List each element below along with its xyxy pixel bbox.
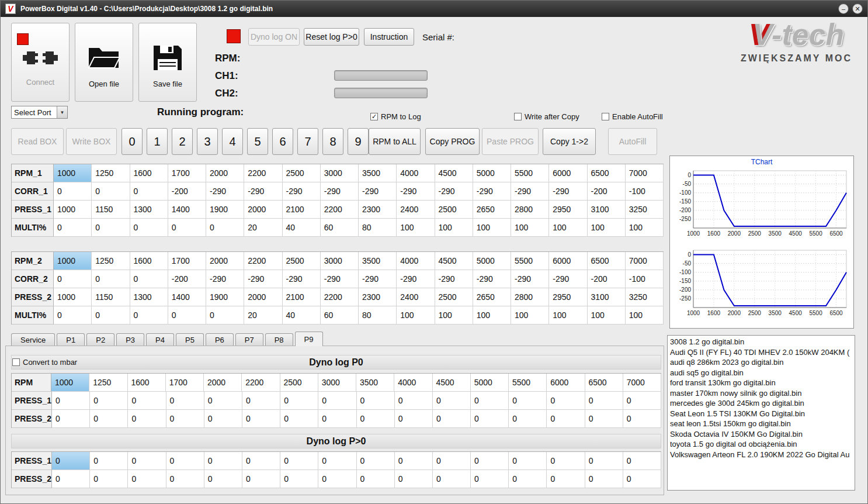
table-cell[interactable]: -290 — [549, 270, 587, 288]
table-cell[interactable]: -200 — [588, 270, 626, 288]
table-cell[interactable]: 1000 — [54, 288, 92, 306]
table-cell[interactable]: 0 — [395, 470, 433, 488]
file-item[interactable]: 3008 1.2 go digital.bin — [670, 337, 852, 347]
table-cell[interactable]: 100 — [626, 219, 664, 237]
table-cell[interactable]: 0 — [623, 410, 661, 428]
table-cell[interactable]: 2800 — [511, 201, 549, 219]
connect-button[interactable]: Connect — [11, 23, 70, 102]
file-item[interactable]: Audi Q5 II (FY FL) 40 TDI MHEV 2.0 150kW… — [670, 347, 852, 358]
table-cell[interactable]: 0 — [357, 410, 395, 428]
table-cell[interactable]: -290 — [244, 270, 282, 288]
table-cell[interactable]: -290 — [359, 182, 397, 201]
table-cell[interactable]: 0 — [242, 470, 280, 488]
table-cell[interactable]: 0 — [128, 392, 166, 410]
table-cell[interactable]: 0 — [130, 182, 168, 201]
table-cell[interactable]: 1150 — [92, 288, 130, 306]
table-cell[interactable]: 0 — [433, 470, 471, 488]
table-cell[interactable]: 4000 — [397, 164, 435, 182]
table-cell[interactable]: 100 — [588, 219, 626, 237]
table-cell[interactable]: 0 — [90, 410, 128, 428]
table-cell[interactable]: 2400 — [397, 201, 435, 219]
table-cell[interactable]: 1700 — [168, 164, 206, 182]
table-cell[interactable]: 2000 — [244, 201, 282, 219]
table-cell[interactable]: 0 — [433, 392, 471, 410]
table-cell[interactable]: 0 — [471, 410, 509, 428]
table-cell[interactable]: -290 — [206, 270, 244, 288]
table-cell[interactable]: 100 — [588, 306, 626, 325]
table-cell[interactable]: 1700 — [166, 374, 204, 392]
digit-button-0[interactable]: 0 — [121, 128, 143, 155]
table-cell[interactable]: 0 — [357, 392, 395, 410]
table-cell[interactable]: 5500 — [509, 374, 547, 392]
file-list[interactable]: 3008 1.2 go digital.binAudi Q5 II (FY FL… — [667, 335, 855, 491]
table-cell[interactable]: 100 — [473, 219, 511, 237]
table-cell[interactable]: 100 — [397, 306, 435, 325]
table-cell[interactable]: 100 — [549, 219, 587, 237]
table-cell[interactable]: 60 — [321, 306, 359, 325]
rpm-to-all-button[interactable]: RPM to ALL — [369, 128, 421, 155]
table-cell[interactable]: 0 — [92, 219, 130, 237]
table-cell[interactable]: 0 — [357, 452, 395, 470]
table-cell[interactable]: 0 — [395, 452, 433, 470]
file-item[interactable]: seat leon 1.5tsi 150km go digital.bin — [670, 419, 852, 429]
table-cell[interactable]: 0 — [585, 410, 623, 428]
table-cell[interactable]: 0 — [280, 392, 318, 410]
table-cell[interactable]: 0 — [90, 392, 128, 410]
file-item[interactable]: Skoda Octavia IV 150KM Go Digital.bin — [670, 429, 852, 440]
table-cell[interactable]: -200 — [588, 182, 626, 201]
file-item[interactable]: audi q8 286km 2023 go digital.bin — [670, 357, 852, 368]
table-cell[interactable]: 1400 — [168, 288, 206, 306]
title-bar[interactable]: V PowerBox Digital v1.40 - C:\Users\Prod… — [1, 1, 867, 17]
table-cell[interactable]: 0 — [204, 410, 242, 428]
digit-button-6[interactable]: 6 — [272, 128, 293, 155]
table-cell[interactable]: 2500 — [280, 374, 318, 392]
table-cell[interactable]: 0 — [206, 306, 244, 325]
table-cell[interactable]: 2200 — [242, 374, 280, 392]
table-cell[interactable]: 2400 — [397, 288, 435, 306]
table-cell[interactable]: 0 — [547, 470, 585, 488]
table-cell[interactable]: 0 — [280, 410, 318, 428]
table-cell[interactable]: 5500 — [511, 252, 549, 270]
table-cell[interactable]: 3500 — [359, 252, 397, 270]
select-port-dropdown[interactable]: Select Port ▼ — [11, 106, 68, 119]
table-cell[interactable]: 0 — [130, 270, 168, 288]
table-cell[interactable]: 20 — [244, 306, 282, 325]
table-cell[interactable]: -290 — [283, 270, 321, 288]
table-cell[interactable]: 0 — [52, 470, 90, 488]
table-cell[interactable]: 0 — [168, 219, 206, 237]
table-cell[interactable]: 2000 — [244, 288, 282, 306]
dyno-log-on-button[interactable]: Dyno log ON — [248, 28, 300, 46]
table-cell[interactable]: 5000 — [473, 252, 511, 270]
table-cell[interactable]: 2200 — [321, 201, 359, 219]
table-cell[interactable]: 2650 — [473, 201, 511, 219]
table-cell[interactable]: -290 — [473, 182, 511, 201]
table-cell[interactable]: 0 — [54, 219, 92, 237]
table-cell[interactable]: 100 — [511, 306, 549, 325]
table-cell[interactable]: 0 — [547, 410, 585, 428]
close-button[interactable]: ✕ — [852, 4, 863, 14]
table-cell[interactable]: 2100 — [283, 201, 321, 219]
table-cell[interactable]: 80 — [359, 306, 397, 325]
table-cell[interactable]: 0 — [166, 452, 204, 470]
table-cell[interactable]: 0 — [204, 470, 242, 488]
table-cell[interactable]: 1000 — [54, 252, 92, 270]
table-cell[interactable]: 0 — [471, 470, 509, 488]
table-cell[interactable]: 0 — [206, 219, 244, 237]
table-cell[interactable]: 2300 — [359, 288, 397, 306]
table-cell[interactable]: 0 — [54, 306, 92, 325]
table-cell[interactable]: 1600 — [128, 374, 166, 392]
digit-button-2[interactable]: 2 — [172, 128, 193, 155]
table-cell[interactable]: 0 — [547, 452, 585, 470]
tab-p9[interactable]: P9 — [295, 332, 323, 346]
tab-service[interactable]: Service — [11, 333, 55, 346]
digit-button-3[interactable]: 3 — [197, 128, 218, 155]
table-cell[interactable]: 1400 — [168, 201, 206, 219]
table-cell[interactable]: 0 — [90, 470, 128, 488]
table-cell[interactable]: 20 — [244, 219, 282, 237]
table-cell[interactable]: -290 — [435, 182, 473, 201]
table-cell[interactable]: 100 — [435, 306, 473, 325]
table-cell[interactable]: 3100 — [588, 201, 626, 219]
table-cell[interactable]: -290 — [206, 182, 244, 201]
table-cell[interactable]: 4000 — [397, 252, 435, 270]
file-item[interactable]: Volkswagen Arteon FL 2.0 190KM 2022 Go D… — [670, 450, 852, 460]
